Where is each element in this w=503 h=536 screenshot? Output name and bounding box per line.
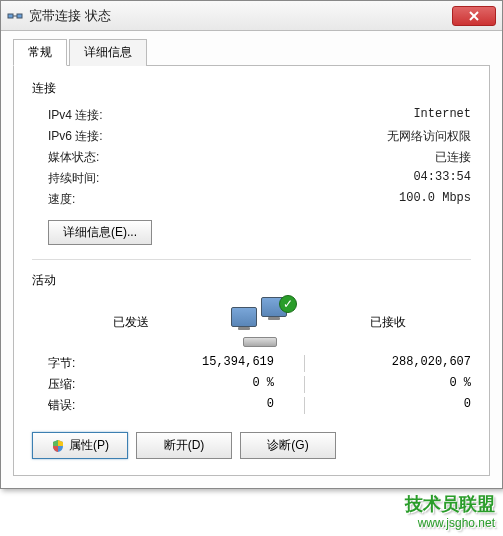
tab-panel: 连接 IPv4 连接: Internet IPv6 连接: 无网络访问权限 媒体… xyxy=(13,66,490,476)
svg-rect-1 xyxy=(17,14,22,18)
connection-section-title: 连接 xyxy=(32,80,471,97)
errors-row: 错误: 0 0 xyxy=(32,395,471,416)
media-label: 媒体状态: xyxy=(48,149,99,166)
duration-label: 持续时间: xyxy=(48,170,99,187)
speed-row: 速度: 100.0 Mbps xyxy=(32,189,471,210)
bytes-label: 字节: xyxy=(48,355,118,372)
connection-icon xyxy=(7,10,23,22)
bytes-row: 字节: 15,394,619 288,020,607 xyxy=(32,353,471,374)
disconnect-button[interactable]: 断开(D) xyxy=(136,432,232,459)
titlebar: 宽带连接 状态 xyxy=(1,1,502,31)
diagnose-button[interactable]: 诊断(G) xyxy=(240,432,336,459)
compress-sent: 0 % xyxy=(118,376,294,393)
divider xyxy=(304,376,305,393)
ipv6-label: IPv6 连接: xyxy=(48,128,103,145)
speed-value: 100.0 Mbps xyxy=(399,191,471,208)
speed-label: 速度: xyxy=(48,191,75,208)
ipv6-value: 无网络访问权限 xyxy=(387,128,471,145)
bytes-recv: 288,020,607 xyxy=(315,355,471,372)
checkmark-icon: ✓ xyxy=(279,295,297,313)
watermark: 技术员联盟 www.jsgho.net xyxy=(405,492,495,530)
watermark-text: 技术员联盟 xyxy=(405,494,495,514)
duration-value: 04:33:54 xyxy=(413,170,471,187)
ipv4-row: IPv4 连接: Internet xyxy=(32,105,471,126)
ipv4-value: Internet xyxy=(413,107,471,124)
activity-header: 已发送 ✓ 已接收 xyxy=(32,297,471,347)
errors-label: 错误: xyxy=(48,397,118,414)
ipv6-row: IPv6 连接: 无网络访问权限 xyxy=(32,126,471,147)
divider xyxy=(304,355,305,372)
errors-sent: 0 xyxy=(118,397,294,414)
close-button[interactable] xyxy=(452,6,496,26)
errors-recv: 0 xyxy=(315,397,471,414)
properties-button[interactable]: 属性(P) xyxy=(32,432,128,459)
button-row: 属性(P) 断开(D) 诊断(G) xyxy=(32,432,471,459)
compress-label: 压缩: xyxy=(48,376,118,393)
tab-general[interactable]: 常规 xyxy=(13,39,67,66)
window-title: 宽带连接 状态 xyxy=(29,7,452,25)
recv-header: 已接收 xyxy=(305,314,472,331)
media-row: 媒体状态: 已连接 xyxy=(32,147,471,168)
content-area: 常规 详细信息 连接 IPv4 连接: Internet IPv6 连接: 无网… xyxy=(1,31,502,488)
media-value: 已连接 xyxy=(435,149,471,166)
sent-header: 已发送 xyxy=(48,314,215,331)
shield-icon xyxy=(51,439,65,453)
disk-icon xyxy=(243,337,277,347)
monitor-front-icon xyxy=(231,307,257,327)
details-button[interactable]: 详细信息(E)... xyxy=(48,220,152,245)
divider xyxy=(304,397,305,414)
activity-section-title: 活动 xyxy=(32,272,471,289)
duration-row: 持续时间: 04:33:54 xyxy=(32,168,471,189)
network-activity-icon: ✓ xyxy=(215,297,305,347)
close-icon xyxy=(469,11,479,21)
separator xyxy=(32,259,471,260)
ipv4-label: IPv4 连接: xyxy=(48,107,103,124)
watermark-url: www.jsgho.net xyxy=(405,516,495,530)
status-dialog: 宽带连接 状态 常规 详细信息 连接 IPv4 连接: Internet IPv… xyxy=(0,0,503,489)
bytes-sent: 15,394,619 xyxy=(118,355,294,372)
properties-label: 属性(P) xyxy=(69,437,109,454)
tab-strip: 常规 详细信息 xyxy=(13,39,490,66)
tab-details[interactable]: 详细信息 xyxy=(69,39,147,66)
compress-row: 压缩: 0 % 0 % xyxy=(32,374,471,395)
svg-rect-0 xyxy=(8,14,13,18)
compress-recv: 0 % xyxy=(315,376,471,393)
